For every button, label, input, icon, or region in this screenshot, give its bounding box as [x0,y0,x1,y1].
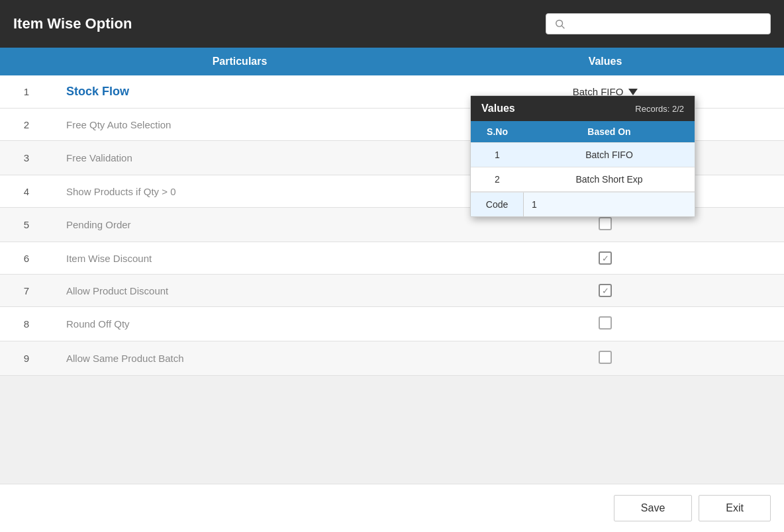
row-particular: Allow Same Product Batch [53,341,426,376]
popup-title: Values [481,103,515,114]
col-header-particulars: Particulars [53,48,426,75]
table-row: 6 Item Wise Discount [0,242,784,275]
values-popup: Values Records: 2/2 S.No Based On [470,95,695,217]
popup-based-on-2: Batch Short Exp [524,167,695,192]
row-particular: Free Validation [53,141,426,175]
table-row: 9 Allow Same Product Batch [0,341,784,376]
popup-footer-label: Code [471,193,524,216]
popup-row-1[interactable]: 1 Batch FIFO [471,143,695,167]
row-value [426,275,784,307]
search-icon [554,18,565,30]
row-particular: Item Wise Discount [53,242,426,275]
checkbox[interactable] [599,351,612,364]
col-header-values: Values [426,48,784,75]
row-num: 8 [0,307,53,341]
row-num: 5 [0,208,53,242]
row-num: 9 [0,341,53,376]
svg-point-0 [556,20,563,26]
checkbox[interactable] [599,217,612,230]
row-particular: Pending Order [53,208,426,242]
popup-col-based-on: Based On [524,121,695,143]
bottom-bar: Save Exit [0,484,784,532]
col-header-num [0,48,53,75]
svg-line-1 [562,26,564,28]
popup-col-sno: S.No [471,121,524,143]
table-row: 7 Allow Product Discount [0,275,784,307]
save-button[interactable]: Save [614,495,692,521]
row-value [426,307,784,341]
popup-records: Records: 2/2 [635,104,684,114]
row-particular: Stock Flow [53,75,426,109]
popup-footer: Code [471,192,695,216]
popup-sno-2: 2 [471,167,524,192]
main-table: Particulars Values 1 Stock Flow Batch FI… [0,48,784,376]
popup-header: Values Records: 2/2 [471,96,695,121]
table-row: 8 Round Off Qty [0,307,784,341]
row-value [426,341,784,376]
row-value [426,242,784,275]
search-input[interactable] [569,19,762,29]
row-particular: Allow Product Discount [53,275,426,307]
row-num: 4 [0,175,53,208]
row-value-stock-flow[interactable]: Batch FIFO Values Records: 2/2 [426,75,784,109]
checkbox[interactable] [599,251,612,265]
row-num: 6 [0,242,53,275]
table-wrapper: Particulars Values 1 Stock Flow Batch FI… [0,48,784,484]
row-num: 2 [0,109,53,141]
checkbox[interactable] [599,316,612,330]
popup-sno-1: 1 [471,143,524,167]
row-particular: Show Products if Qty > 0 [53,175,426,208]
popup-table: S.No Based On 1 Batch FIFO [471,121,695,192]
row-particular: Round Off Qty [53,307,426,341]
checkbox[interactable] [599,284,612,297]
search-box[interactable] [546,13,771,34]
row-particular: Free Qty Auto Selection [53,109,426,141]
row-num: 1 [0,75,53,109]
main-content: Particulars Values 1 Stock Flow Batch FI… [0,48,784,532]
popup-row-2[interactable]: 2 Batch Short Exp [471,167,695,192]
row-num: 3 [0,141,53,175]
popup-code-input[interactable] [524,193,695,216]
row-num: 7 [0,275,53,307]
header: Item Wise Option [0,0,784,48]
dropdown-arrow-icon [628,89,638,95]
exit-button[interactable]: Exit [699,495,771,521]
table-row: 1 Stock Flow Batch FIFO Values Records: … [0,75,784,109]
page-title: Item Wise Option [13,15,132,32]
popup-based-on-1: Batch FIFO [524,143,695,167]
